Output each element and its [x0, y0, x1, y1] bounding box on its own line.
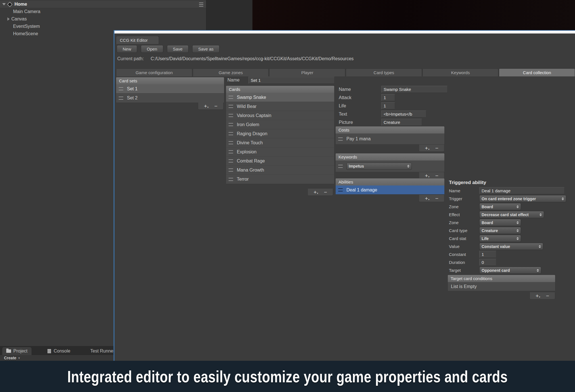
dropdown-arrows-icon	[517, 237, 519, 240]
ability-value-row: Value Constant value	[449, 243, 543, 250]
set-name-row: Name	[227, 76, 334, 84]
remove-keyword-button[interactable]: −	[435, 173, 438, 178]
open-button[interactable]: Open	[141, 45, 163, 53]
value-dropdown[interactable]: Constant value	[479, 243, 543, 250]
card-picture-field[interactable]	[381, 119, 422, 126]
add-keyword-button[interactable]: +▾	[425, 173, 429, 178]
current-path-value: C:/Users/David/Documents/SpelltwineGames…	[150, 56, 354, 61]
create-button[interactable]: Create	[4, 356, 16, 360]
tab-project[interactable]: Project	[2, 347, 32, 355]
keyword-dropdown[interactable]: Impetus	[346, 163, 412, 170]
tab-test-runner[interactable]: Test Runner	[90, 347, 114, 355]
ability-card-stat-row: Card stat Life	[449, 235, 521, 242]
drag-handle-icon[interactable]	[229, 123, 233, 126]
drag-handle-icon[interactable]	[229, 150, 233, 153]
cards-panel: Cards Swamp Snake Wild Bear Valorous Cap…	[226, 86, 334, 184]
card-item[interactable]: Mana Growth	[226, 166, 334, 175]
save-as-button[interactable]: Save as	[192, 45, 219, 53]
cards-header: Cards	[226, 86, 334, 93]
drag-handle-icon[interactable]	[119, 97, 123, 100]
cards-list-footer: +▾ −	[308, 189, 333, 196]
add-card-set-button[interactable]: +▾	[204, 103, 208, 109]
card-attack-field[interactable]	[381, 94, 395, 101]
drag-handle-icon[interactable]	[229, 159, 233, 162]
drag-handle-icon[interactable]	[229, 178, 233, 181]
card-type-dropdown[interactable]: Creature	[479, 227, 521, 234]
set-name-label: Name	[227, 78, 248, 83]
tab-game-zones[interactable]: Game zones	[193, 68, 269, 76]
hierarchy-item-main-camera[interactable]: Main Camera	[0, 8, 206, 15]
remove-cost-button[interactable]: −	[435, 145, 438, 151]
panel-menu-icon[interactable]	[199, 3, 203, 7]
card-item[interactable]: Combat Rage	[226, 157, 334, 166]
costs-list: Pay 1 mana	[335, 134, 445, 145]
ability-item[interactable]: Deal 1 damage	[336, 185, 444, 194]
drag-handle-icon[interactable]	[338, 165, 343, 168]
card-stat-dropdown[interactable]: Life	[479, 235, 521, 242]
drag-handle-icon[interactable]	[338, 188, 343, 191]
editor-window-tab[interactable]: CCG Kit Editor	[116, 36, 159, 44]
remove-ability-button[interactable]: −	[435, 196, 438, 201]
hierarchy-item-canvas[interactable]: Canvas	[0, 15, 206, 23]
remove-condition-button[interactable]: −	[546, 293, 549, 299]
tab-keywords[interactable]: Keywords	[423, 68, 499, 76]
abilities-list: Deal 1 damage	[335, 185, 445, 195]
drag-handle-icon[interactable]	[229, 105, 233, 108]
add-ability-button[interactable]: +▾	[425, 196, 429, 201]
save-button[interactable]: Save	[167, 45, 189, 53]
target-dropdown[interactable]: Opponent card	[479, 267, 541, 274]
constant-field[interactable]	[479, 251, 496, 258]
ccg-kit-editor-window: CCG Kit Editor New Open Save Save as Cur…	[114, 30, 575, 361]
drag-handle-icon[interactable]	[338, 137, 343, 141]
cost-item[interactable]: Pay 1 mana	[336, 134, 444, 144]
target-conditions-list: List is Empty	[448, 282, 555, 291]
create-bar: Create ▾	[0, 355, 114, 361]
trigger-dropdown[interactable]: On card entered zone trigger	[479, 195, 566, 202]
drag-handle-icon[interactable]	[229, 132, 233, 135]
tab-card-collection[interactable]: Card collection	[499, 68, 575, 76]
add-cost-button[interactable]: +▾	[425, 145, 429, 151]
tab-card-types[interactable]: Card types	[346, 68, 422, 76]
tab-console[interactable]: Console	[47, 347, 70, 355]
dropdown-arrows-icon	[407, 165, 409, 168]
card-set-item[interactable]: Set 2	[116, 93, 224, 103]
zone-dropdown[interactable]: Board	[479, 203, 521, 210]
card-item[interactable]: Iron Golem	[226, 120, 334, 129]
drag-handle-icon[interactable]	[229, 168, 233, 172]
card-set-item[interactable]: Set 1	[116, 84, 224, 93]
card-item[interactable]: Raging Dragon	[226, 129, 334, 138]
panel-gap	[206, 0, 252, 30]
tab-player[interactable]: Player	[269, 68, 345, 76]
drag-handle-icon[interactable]	[229, 141, 233, 144]
abilities-list-footer: +▾ −	[419, 195, 444, 202]
drag-handle-icon[interactable]	[229, 114, 233, 117]
ability-name-field[interactable]	[479, 187, 564, 194]
add-condition-button[interactable]: +▾	[536, 293, 540, 299]
drag-handle-icon[interactable]	[119, 87, 123, 90]
keyword-item[interactable]: Impetus	[336, 160, 444, 172]
duration-field[interactable]	[479, 259, 496, 266]
tab-game-configuration[interactable]: Game configuration	[116, 68, 192, 76]
card-name-field[interactable]	[381, 86, 448, 93]
remove-card-button[interactable]: −	[324, 189, 327, 195]
card-item[interactable]: Wild Bear	[226, 102, 334, 111]
card-item[interactable]: Swamp Snake	[226, 93, 334, 102]
hierarchy-scene-row[interactable]: Home	[0, 1, 206, 8]
card-life-field[interactable]	[381, 102, 395, 109]
set-name-field[interactable]	[248, 77, 334, 84]
add-card-button[interactable]: +▾	[313, 189, 318, 195]
effect-dropdown[interactable]: Decrease card stat effect	[479, 211, 544, 218]
card-item[interactable]: Terror	[226, 175, 334, 184]
expand-triangle-icon[interactable]	[2, 3, 6, 5]
card-text-field[interactable]	[381, 110, 426, 118]
new-button[interactable]: New	[117, 45, 137, 53]
zone2-dropdown[interactable]: Board	[479, 219, 521, 226]
collapse-triangle-icon[interactable]	[7, 17, 10, 21]
hierarchy-item-eventsystem[interactable]: EventSystem	[0, 23, 206, 30]
unity-editor-screen: Home Main Camera Canvas EventSystem Home…	[0, 0, 575, 392]
remove-card-set-button[interactable]: −	[214, 103, 218, 109]
card-item[interactable]: Explosion	[226, 147, 334, 157]
card-item[interactable]: Divine Touch	[226, 138, 334, 147]
drag-handle-icon[interactable]	[229, 96, 233, 99]
card-item[interactable]: Valorous Captain	[226, 111, 334, 120]
